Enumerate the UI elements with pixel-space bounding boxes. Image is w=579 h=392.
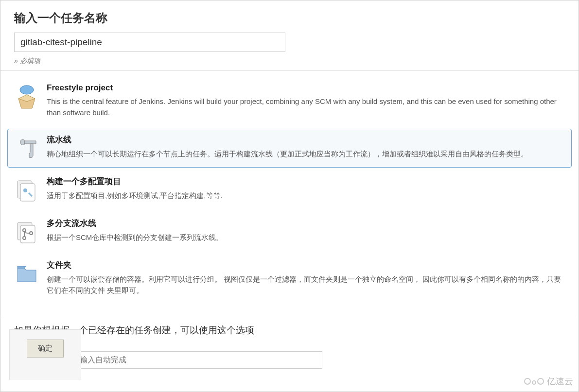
item-type-multiconfig[interactable]: 构建一个多配置项目 适用于多配置项目,例如多环境测试,平台指定构建,等等.: [7, 170, 572, 209]
watermark: 亿速云: [524, 375, 573, 387]
item-type-multibranch[interactable]: 多分支流水线 根据一个SCM仓库中检测到的分支创建一系列流水线。: [7, 212, 572, 251]
page-title: 输入一个任务名称: [14, 10, 565, 26]
watermark-text: 亿速云: [547, 375, 573, 387]
item-type-list: Freestyle project This is the central fe…: [0, 71, 579, 316]
pipeline-icon: [15, 136, 39, 160]
copy-from-input[interactable]: [74, 351, 322, 369]
item-type-pipeline[interactable]: 流水线 精心地组织一个可以长期运行在多个节点上的任务。适用于构建流水线（更加正式…: [7, 129, 572, 168]
copy-from-section: 确定 如果你想根据一个已经存在的任务创建，可以使用这个选项 复制: [0, 316, 579, 379]
item-title: 多分支流水线: [47, 218, 564, 229]
item-desc: 根据一个SCM仓库中检测到的分支创建一系列流水线。: [47, 232, 564, 243]
freestyle-icon: [15, 85, 39, 109]
svg-rect-6: [20, 225, 35, 243]
ok-panel: 确定: [9, 329, 81, 380]
item-desc: 精心地组织一个可以长期运行在多个节点上的任务。适用于构建流水线（更加正式地应当称…: [47, 148, 564, 159]
item-title: Freestyle project: [47, 83, 564, 93]
multibranch-icon: [15, 220, 39, 244]
ok-button[interactable]: 确定: [27, 340, 64, 358]
svg-point-0: [20, 85, 34, 94]
folder-icon: [15, 261, 39, 286]
item-title: 流水线: [47, 134, 564, 145]
item-type-folder[interactable]: 文件夹 创建一个可以嵌套存储的容器。利用它可以进行分组。 视图仅仅是一个过滤器，…: [7, 254, 572, 304]
item-title: 构建一个多配置项目: [47, 176, 564, 187]
item-name-input[interactable]: [14, 33, 285, 52]
item-desc: 创建一个可以嵌套存储的容器。利用它可以进行分组。 视图仅仅是一个过滤器，而文件夹…: [47, 273, 564, 296]
svg-rect-2: [20, 184, 35, 201]
item-desc: This is the central feature of Jenkins. …: [47, 96, 564, 119]
svg-point-3: [23, 188, 27, 192]
copy-section-title: 如果你想根据一个已经存在的任务创建，可以使用这个选项: [14, 324, 565, 337]
item-title: 文件夹: [47, 259, 564, 271]
item-type-freestyle[interactable]: Freestyle project This is the central fe…: [7, 78, 572, 126]
multiconfig-icon: [15, 178, 39, 202]
header-section: 输入一个任务名称 » 必填项: [0, 0, 579, 71]
required-hint: » 必填项: [14, 57, 565, 66]
item-desc: 适用于多配置项目,例如多环境测试,平台指定构建,等等.: [47, 190, 564, 201]
